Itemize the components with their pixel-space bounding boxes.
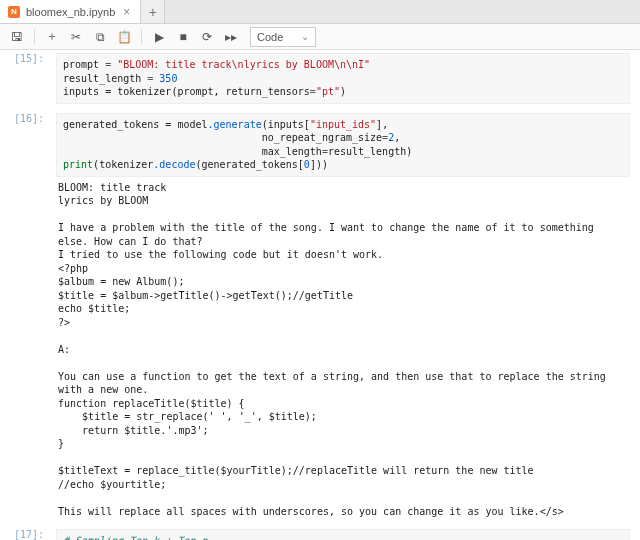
code-input[interactable]: generated_tokens = model.generate(inputs… xyxy=(56,113,630,177)
celltype-label: Code xyxy=(257,31,283,43)
cell-prompt: [17]: xyxy=(4,526,50,540)
notebook-area[interactable]: [15]: prompt = "BLOOM: title track\nlyri… xyxy=(0,50,640,540)
divider xyxy=(34,29,35,45)
notebook-icon: N xyxy=(8,6,20,18)
run-button[interactable]: ▶ xyxy=(148,27,170,47)
notebook-tab[interactable]: N bloomex_nb.ipynb × xyxy=(0,0,141,23)
code-cell[interactable]: [16]: generated_tokens = model.generate(… xyxy=(0,110,640,527)
close-icon[interactable]: × xyxy=(121,5,132,19)
divider xyxy=(141,29,142,45)
paste-button[interactable]: 📋 xyxy=(113,27,135,47)
code-input[interactable]: prompt = "BLOOM: title track\nlyrics by … xyxy=(56,53,630,104)
copy-button[interactable]: ⧉ xyxy=(89,27,111,47)
cut-button[interactable]: ✂ xyxy=(65,27,87,47)
chevron-down-icon: ⌄ xyxy=(301,31,309,42)
celltype-select[interactable]: Code ⌄ xyxy=(250,27,316,47)
restart-button[interactable]: ⟳ xyxy=(196,27,218,47)
code-cell[interactable]: [17]: # Sampling Top-k + Top-p print(tok… xyxy=(0,526,640,540)
add-cell-button[interactable]: ＋ xyxy=(41,27,63,47)
code-cell[interactable]: [15]: prompt = "BLOOM: title track\nlyri… xyxy=(0,50,640,110)
cell-prompt: [15]: xyxy=(4,50,50,110)
code-input[interactable]: # Sampling Top-k + Top-p print(tokenizer… xyxy=(56,529,630,540)
cell-output: BLOOM: title track lyrics by BLOOM I hav… xyxy=(56,177,630,521)
notebook-toolbar: 🖫 ＋ ✂ ⧉ 📋 ▶ ■ ⟳ ▸▸ Code ⌄ xyxy=(0,24,640,50)
save-button[interactable]: 🖫 xyxy=(6,27,28,47)
tab-bar: N bloomex_nb.ipynb × + xyxy=(0,0,640,24)
cell-prompt: [16]: xyxy=(4,110,50,527)
new-tab-button[interactable]: + xyxy=(141,0,165,23)
notebook-tab-title: bloomex_nb.ipynb xyxy=(26,6,115,18)
run-all-button[interactable]: ▸▸ xyxy=(220,27,242,47)
stop-button[interactable]: ■ xyxy=(172,27,194,47)
